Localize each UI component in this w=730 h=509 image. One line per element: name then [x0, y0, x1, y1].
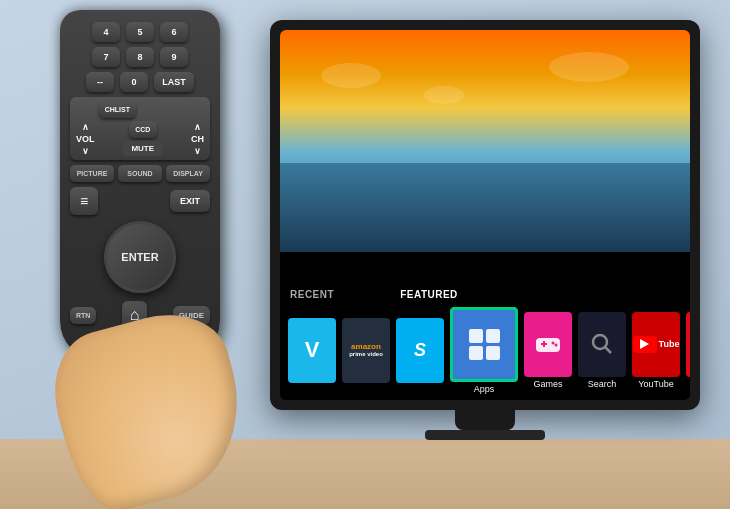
featured-label: FEATURED [400, 289, 458, 300]
recent-label: RECENT [290, 289, 334, 300]
youtube-logo: Tube [633, 336, 680, 353]
cloud-2 [424, 86, 464, 104]
button-row-0: -- 0 LAST [70, 72, 210, 92]
vol-ch-mute-row: ∧ VOL ∨ CCD MUTE ∧ CH ∨ [76, 121, 204, 156]
svg-line-6 [605, 347, 611, 353]
search-icon [578, 312, 626, 377]
vol-up-icon[interactable]: ∧ [82, 122, 89, 132]
skype-logo: S [414, 340, 426, 361]
games-icon [524, 312, 572, 377]
vimeo-icon: V [288, 318, 336, 383]
search-svg-icon [588, 330, 616, 358]
cloud-1 [321, 63, 381, 88]
yt-play-icon [633, 336, 657, 353]
search-label: Search [588, 379, 617, 389]
ch-control: ∧ CH ∨ [191, 122, 204, 156]
chlist-ccd-ch-row: CHLIST [76, 101, 204, 118]
apps-sq-2 [486, 329, 500, 343]
btn-0[interactable]: 0 [120, 72, 148, 92]
btn-6[interactable]: 6 [160, 22, 188, 42]
btn-4[interactable]: 4 [92, 22, 120, 42]
tv-stand [455, 410, 515, 430]
apps-grid-icon [465, 325, 504, 364]
btn-last[interactable]: LAST [154, 72, 194, 92]
btn-enter[interactable]: ENTER [104, 221, 176, 293]
btn-picture[interactable]: PICTURE [70, 165, 114, 182]
apps-label: Apps [474, 384, 495, 394]
menu-exit-row: ≡ EXIT [70, 187, 210, 215]
games-label: Games [533, 379, 562, 389]
app-amazon[interactable]: amazonprime video [342, 318, 390, 383]
button-row-456: 4 5 6 [70, 22, 210, 42]
btn-mute[interactable]: MUTE [123, 141, 162, 156]
app-search[interactable]: Search [578, 312, 626, 389]
tv: RECENT FEATURED V ama [270, 20, 700, 440]
apps-sq-1 [469, 329, 483, 343]
yt-triangle [640, 339, 649, 349]
tv-smart-bar: RECENT FEATURED V ama [280, 285, 690, 400]
app-skype[interactable]: S [396, 318, 444, 383]
svg-rect-2 [543, 341, 545, 347]
dpad-area: ENTER [70, 221, 210, 293]
btn-chlist[interactable]: CHLIST [99, 101, 136, 118]
vol-control: ∧ VOL ∨ [76, 122, 95, 156]
app-featured-apps[interactable]: Apps [450, 307, 518, 394]
smart-bar-labels: RECENT FEATURED [280, 285, 690, 300]
apps-sq-4 [486, 346, 500, 360]
picture-sound-display-row: PICTURE SOUND DISPLAY [70, 165, 210, 182]
btn-menu[interactable]: ≡ [70, 187, 98, 215]
btn-8[interactable]: 8 [126, 47, 154, 67]
btn-display[interactable]: DISPLAY [166, 165, 210, 182]
amazon-logo: amazonprime video [349, 342, 383, 359]
scene: 4 5 6 7 8 9 -- 0 LAST CHLIST [0, 0, 730, 509]
ch-label: CH [191, 134, 204, 144]
netflix-icon: NETFLIX [686, 312, 690, 377]
app-featured-apps-wrapper: Apps [450, 307, 518, 394]
amazon-icon: amazonprime video [342, 318, 390, 383]
btn-5[interactable]: 5 [126, 22, 154, 42]
tv-screen: RECENT FEATURED V ama [280, 30, 690, 400]
svg-point-4 [555, 344, 558, 347]
apps-icon [450, 307, 518, 382]
btn-sound[interactable]: SOUND [118, 165, 162, 182]
hand-shape [40, 300, 260, 509]
button-row-789: 7 8 9 [70, 47, 210, 67]
ch-up-icon[interactable]: ∧ [194, 122, 201, 132]
cloud-3 [549, 52, 629, 82]
btn-9[interactable]: 9 [160, 47, 188, 67]
games-svg-icon [534, 334, 562, 354]
yt-text: Tube [659, 339, 680, 349]
app-vimeo[interactable]: V [288, 318, 336, 383]
youtube-icon: Tube [632, 312, 680, 377]
app-games[interactable]: Games [524, 312, 572, 389]
btn-7[interactable]: 7 [92, 47, 120, 67]
app-youtube[interactable]: Tube YouTube [632, 312, 680, 389]
apps-sq-3 [469, 346, 483, 360]
vol-down-icon[interactable]: ∨ [82, 146, 89, 156]
svg-point-5 [593, 335, 607, 349]
tv-wallpaper [280, 30, 690, 252]
hand-overlay [40, 300, 240, 500]
btn-ccd[interactable]: CCD [129, 121, 157, 138]
ch-down-icon[interactable]: ∨ [194, 146, 201, 156]
youtube-label: YouTube [638, 379, 673, 389]
tv-body: RECENT FEATURED V ama [270, 20, 700, 410]
tv-base [425, 430, 545, 440]
app-netflix[interactable]: NETFLIX Netflix [686, 312, 690, 389]
btn-dash[interactable]: -- [86, 72, 114, 92]
remote-control: 4 5 6 7 8 9 -- 0 LAST CHLIST [30, 10, 250, 500]
smart-bar-icons: V amazonprime video S [280, 300, 690, 400]
vol-ch-group: CHLIST ∧ VOL ∨ CCD MUTE [70, 97, 210, 160]
svg-point-3 [552, 342, 555, 345]
skype-icon: S [396, 318, 444, 383]
netflix-logo: NETFLIX [689, 338, 690, 350]
btn-exit[interactable]: EXIT [170, 190, 210, 212]
vol-label: VOL [76, 134, 95, 144]
vimeo-logo: V [305, 337, 320, 363]
